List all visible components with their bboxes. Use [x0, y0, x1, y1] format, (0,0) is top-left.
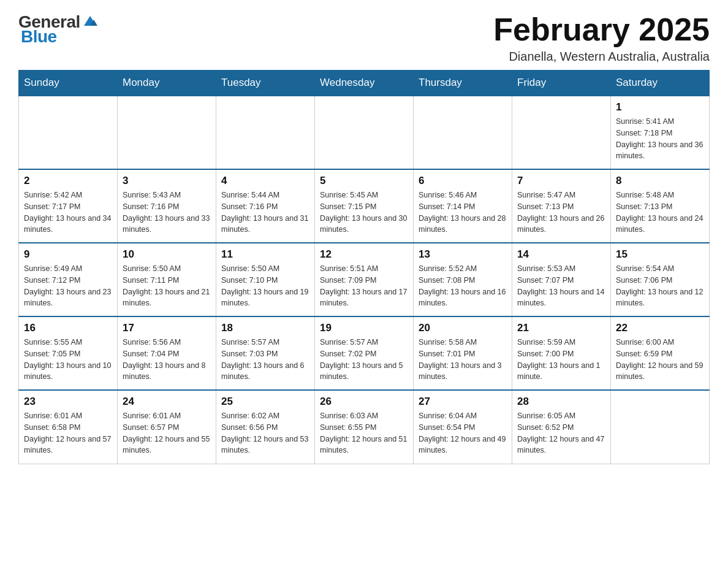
day-info: Sunrise: 5:55 AMSunset: 7:05 PMDaylight:…	[24, 337, 112, 383]
logo-blue-text: Blue	[21, 27, 57, 47]
day-number: 10	[123, 248, 211, 261]
calendar-cell: 1Sunrise: 5:41 AMSunset: 7:18 PMDaylight…	[611, 96, 710, 169]
day-info: Sunrise: 5:46 AMSunset: 7:14 PMDaylight:…	[419, 190, 507, 236]
day-number: 4	[221, 175, 309, 187]
logo: General Blue	[18, 12, 100, 47]
calendar-cell: 14Sunrise: 5:53 AMSunset: 7:07 PMDayligh…	[512, 243, 611, 316]
calendar-cell: 28Sunrise: 6:05 AMSunset: 6:52 PMDayligh…	[512, 390, 611, 464]
day-number: 14	[517, 248, 605, 261]
day-number: 25	[221, 396, 309, 408]
calendar-cell: 2Sunrise: 5:42 AMSunset: 7:17 PMDaylight…	[19, 169, 118, 243]
column-header-sunday: Sunday	[19, 71, 118, 96]
calendar-cell: 19Sunrise: 5:57 AMSunset: 7:02 PMDayligh…	[315, 316, 414, 390]
column-header-monday: Monday	[118, 71, 216, 96]
calendar-cell: 27Sunrise: 6:04 AMSunset: 6:54 PMDayligh…	[414, 390, 512, 464]
day-number: 3	[123, 175, 211, 187]
day-info: Sunrise: 5:50 AMSunset: 7:10 PMDaylight:…	[221, 263, 309, 309]
day-number: 20	[419, 322, 507, 334]
calendar-cell	[118, 96, 216, 169]
week-row-4: 16Sunrise: 5:55 AMSunset: 7:05 PMDayligh…	[19, 316, 710, 390]
calendar-cell: 11Sunrise: 5:50 AMSunset: 7:10 PMDayligh…	[216, 243, 315, 316]
calendar-cell: 10Sunrise: 5:50 AMSunset: 7:11 PMDayligh…	[118, 243, 216, 316]
calendar-cell	[19, 96, 118, 169]
day-number: 27	[419, 396, 507, 408]
column-header-thursday: Thursday	[414, 71, 512, 96]
day-number: 15	[616, 248, 704, 261]
week-row-2: 2Sunrise: 5:42 AMSunset: 7:17 PMDaylight…	[19, 169, 710, 243]
calendar-cell: 9Sunrise: 5:49 AMSunset: 7:12 PMDaylight…	[19, 243, 118, 316]
calendar-cell: 17Sunrise: 5:56 AMSunset: 7:04 PMDayligh…	[118, 316, 216, 390]
day-number: 11	[221, 248, 309, 261]
calendar-cell: 6Sunrise: 5:46 AMSunset: 7:14 PMDaylight…	[414, 169, 512, 243]
day-info: Sunrise: 5:53 AMSunset: 7:07 PMDaylight:…	[517, 263, 605, 309]
day-info: Sunrise: 5:45 AMSunset: 7:15 PMDaylight:…	[320, 190, 408, 236]
day-info: Sunrise: 6:04 AMSunset: 6:54 PMDaylight:…	[419, 410, 507, 456]
day-number: 24	[123, 396, 211, 408]
calendar-subtitle: Dianella, Western Australia, Australia	[493, 50, 710, 64]
day-info: Sunrise: 5:57 AMSunset: 7:03 PMDaylight:…	[221, 337, 309, 383]
calendar-cell: 24Sunrise: 6:01 AMSunset: 6:57 PMDayligh…	[118, 390, 216, 464]
calendar-cell: 20Sunrise: 5:58 AMSunset: 7:01 PMDayligh…	[414, 316, 512, 390]
day-info: Sunrise: 5:51 AMSunset: 7:09 PMDaylight:…	[320, 263, 408, 309]
day-info: Sunrise: 5:59 AMSunset: 7:00 PMDaylight:…	[517, 337, 605, 383]
day-number: 23	[24, 396, 112, 408]
calendar-cell: 15Sunrise: 5:54 AMSunset: 7:06 PMDayligh…	[611, 243, 710, 316]
calendar-cell	[216, 96, 315, 169]
day-info: Sunrise: 5:49 AMSunset: 7:12 PMDaylight:…	[24, 263, 112, 309]
day-info: Sunrise: 5:58 AMSunset: 7:01 PMDaylight:…	[419, 337, 507, 383]
calendar-cell: 23Sunrise: 6:01 AMSunset: 6:58 PMDayligh…	[19, 390, 118, 464]
day-info: Sunrise: 6:03 AMSunset: 6:55 PMDaylight:…	[320, 410, 408, 456]
title-block: February 2025 Dianella, Western Australi…	[493, 12, 710, 64]
week-row-3: 9Sunrise: 5:49 AMSunset: 7:12 PMDaylight…	[19, 243, 710, 316]
day-info: Sunrise: 6:00 AMSunset: 6:59 PMDaylight:…	[616, 337, 704, 383]
calendar-cell: 8Sunrise: 5:48 AMSunset: 7:13 PMDaylight…	[611, 169, 710, 243]
day-info: Sunrise: 6:01 AMSunset: 6:58 PMDaylight:…	[24, 410, 112, 456]
day-number: 26	[320, 396, 408, 408]
day-number: 21	[517, 322, 605, 334]
column-header-friday: Friday	[512, 71, 611, 96]
calendar-cell	[315, 96, 414, 169]
calendar-cell: 3Sunrise: 5:43 AMSunset: 7:16 PMDaylight…	[118, 169, 216, 243]
day-number: 28	[517, 396, 605, 408]
day-number: 7	[517, 175, 605, 187]
day-number: 6	[419, 175, 507, 187]
day-info: Sunrise: 5:48 AMSunset: 7:13 PMDaylight:…	[616, 190, 704, 236]
day-number: 13	[419, 248, 507, 261]
week-row-5: 23Sunrise: 6:01 AMSunset: 6:58 PMDayligh…	[19, 390, 710, 464]
day-info: Sunrise: 5:42 AMSunset: 7:17 PMDaylight:…	[24, 190, 112, 236]
calendar-header-row: SundayMondayTuesdayWednesdayThursdayFrid…	[19, 71, 710, 96]
day-info: Sunrise: 5:57 AMSunset: 7:02 PMDaylight:…	[320, 337, 408, 383]
day-number: 12	[320, 248, 408, 261]
column-header-wednesday: Wednesday	[315, 71, 414, 96]
day-info: Sunrise: 5:56 AMSunset: 7:04 PMDaylight:…	[123, 337, 211, 383]
day-number: 5	[320, 175, 408, 187]
week-row-1: 1Sunrise: 5:41 AMSunset: 7:18 PMDaylight…	[19, 96, 710, 169]
calendar-cell: 12Sunrise: 5:51 AMSunset: 7:09 PMDayligh…	[315, 243, 414, 316]
day-info: Sunrise: 5:54 AMSunset: 7:06 PMDaylight:…	[616, 263, 704, 309]
day-number: 9	[24, 248, 112, 261]
day-number: 1	[616, 101, 704, 113]
column-header-saturday: Saturday	[611, 71, 710, 96]
day-info: Sunrise: 5:41 AMSunset: 7:18 PMDaylight:…	[616, 116, 704, 162]
column-header-tuesday: Tuesday	[216, 71, 315, 96]
calendar-table: SundayMondayTuesdayWednesdayThursdayFrid…	[18, 70, 710, 464]
calendar-cell: 25Sunrise: 6:02 AMSunset: 6:56 PMDayligh…	[216, 390, 315, 464]
calendar-cell: 7Sunrise: 5:47 AMSunset: 7:13 PMDaylight…	[512, 169, 611, 243]
calendar-cell	[611, 390, 710, 464]
calendar-cell: 16Sunrise: 5:55 AMSunset: 7:05 PMDayligh…	[19, 316, 118, 390]
calendar-title: February 2025	[493, 12, 710, 47]
calendar-cell: 5Sunrise: 5:45 AMSunset: 7:15 PMDaylight…	[315, 169, 414, 243]
day-info: Sunrise: 5:43 AMSunset: 7:16 PMDaylight:…	[123, 190, 211, 236]
day-info: Sunrise: 5:44 AMSunset: 7:16 PMDaylight:…	[221, 190, 309, 236]
day-info: Sunrise: 5:47 AMSunset: 7:13 PMDaylight:…	[517, 190, 605, 236]
day-info: Sunrise: 6:05 AMSunset: 6:52 PMDaylight:…	[517, 410, 605, 456]
day-number: 16	[24, 322, 112, 334]
day-number: 18	[221, 322, 309, 334]
day-number: 8	[616, 175, 704, 187]
day-info: Sunrise: 5:50 AMSunset: 7:11 PMDaylight:…	[123, 263, 211, 309]
calendar-cell: 21Sunrise: 5:59 AMSunset: 7:00 PMDayligh…	[512, 316, 611, 390]
day-number: 17	[123, 322, 211, 334]
day-info: Sunrise: 6:01 AMSunset: 6:57 PMDaylight:…	[123, 410, 211, 456]
calendar-cell	[512, 96, 611, 169]
calendar-cell: 26Sunrise: 6:03 AMSunset: 6:55 PMDayligh…	[315, 390, 414, 464]
